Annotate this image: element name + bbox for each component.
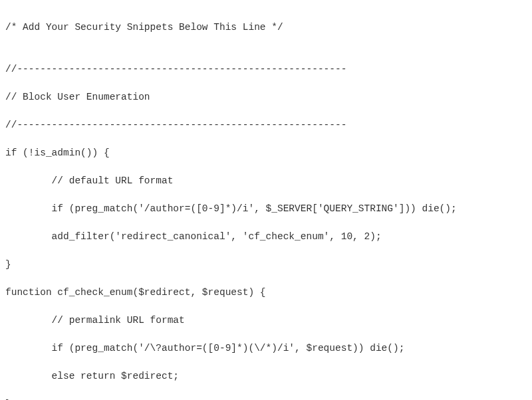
code-line: /* Add Your Security Snippets Below This…	[5, 21, 527, 35]
code-line: add_filter('redirect_canonical', 'cf_che…	[5, 230, 527, 244]
code-line: else return $redirect;	[5, 369, 527, 383]
code-line: // default URL format	[5, 174, 527, 188]
code-line: // permalink URL format	[5, 314, 527, 328]
code-block: /* Add Your Security Snippets Below This…	[5, 7, 527, 400]
code-line: // Block User Enumeration	[5, 90, 527, 104]
code-line: }	[5, 397, 527, 400]
code-line: if (!is_admin()) {	[5, 146, 527, 160]
code-line: if (preg_match('/author=([0-9]*)/i', $_S…	[5, 202, 527, 216]
code-line: //--------------------------------------…	[5, 62, 527, 76]
code-line: function cf_check_enum($redirect, $reque…	[5, 286, 527, 300]
code-line: if (preg_match('/\?author=([0-9]*)(\/*)/…	[5, 342, 527, 355]
code-line: }	[5, 258, 527, 272]
code-line: //--------------------------------------…	[5, 118, 527, 132]
